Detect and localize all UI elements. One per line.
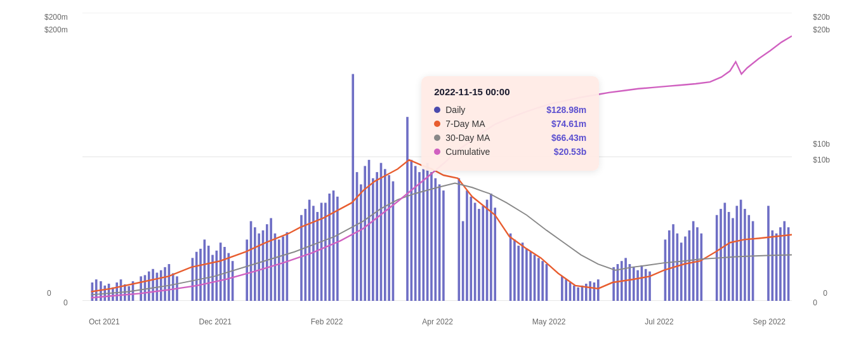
svg-rect-80	[470, 197, 472, 301]
svg-rect-118	[668, 230, 671, 301]
svg-rect-126	[700, 234, 703, 301]
svg-rect-25	[195, 252, 198, 301]
x-axis: Oct 2021 Dec 2021 Feb 2022 Apr 2022 May …	[82, 317, 792, 326]
svg-rect-110	[624, 258, 627, 301]
svg-rect-102	[581, 286, 584, 301]
svg-rect-98	[565, 279, 567, 301]
svg-rect-17	[152, 269, 154, 301]
svg-rect-129	[724, 202, 727, 301]
x-label-oct2021: Oct 2021	[89, 317, 120, 326]
svg-rect-43	[278, 239, 280, 301]
svg-rect-35	[246, 239, 248, 301]
svg-rect-60	[368, 160, 371, 301]
svg-rect-58	[360, 184, 362, 301]
svg-rect-81	[474, 202, 477, 301]
svg-rect-136	[752, 221, 754, 301]
svg-rect-12	[128, 286, 130, 301]
svg-rect-111	[629, 264, 631, 301]
svg-rect-22	[172, 274, 174, 301]
svg-rect-141	[783, 221, 786, 301]
svg-rect-89	[517, 246, 520, 301]
svg-rect-86	[494, 208, 496, 301]
svg-rect-28	[207, 246, 210, 301]
svg-rect-48	[308, 200, 311, 301]
svg-rect-44	[282, 237, 284, 301]
x-label-apr2022: Apr 2022	[422, 317, 453, 326]
y-left-0: 0	[47, 289, 51, 298]
x-label-may2022: May 2022	[532, 317, 566, 326]
svg-rect-64	[384, 169, 386, 301]
x-label-feb2022: Feb 2022	[311, 317, 343, 326]
svg-rect-92	[529, 252, 532, 301]
svg-rect-75	[438, 184, 441, 301]
svg-rect-26	[199, 249, 202, 301]
svg-rect-53	[328, 194, 331, 301]
svg-rect-101	[577, 288, 579, 301]
main-chart-svg	[82, 13, 792, 301]
y-axis-right: $20b $10b 0	[808, 13, 830, 326]
svg-rect-61	[372, 178, 374, 301]
svg-rect-39	[262, 230, 265, 301]
svg-rect-90	[522, 242, 524, 301]
svg-rect-83	[482, 206, 484, 301]
svg-rect-104	[589, 281, 591, 301]
y-right-0: 0	[823, 289, 827, 298]
svg-rect-36	[250, 221, 253, 301]
svg-rect-70	[418, 172, 421, 301]
svg-rect-88	[513, 239, 516, 301]
svg-rect-8	[112, 288, 114, 301]
svg-rect-14	[140, 276, 142, 301]
svg-rect-124	[692, 221, 695, 301]
svg-rect-137	[767, 206, 770, 301]
svg-rect-128	[720, 209, 722, 301]
svg-rect-135	[747, 215, 750, 301]
svg-rect-107	[612, 267, 615, 301]
svg-rect-105	[593, 282, 596, 301]
svg-rect-132	[735, 206, 738, 301]
svg-rect-7	[108, 284, 110, 301]
svg-rect-113	[636, 270, 639, 301]
svg-rect-67	[406, 117, 409, 301]
svg-rect-57	[356, 172, 358, 301]
svg-rect-27	[204, 239, 206, 301]
svg-rect-142	[787, 227, 790, 301]
svg-rect-87	[510, 234, 512, 301]
svg-rect-97	[561, 276, 563, 301]
svg-rect-42	[274, 234, 277, 301]
svg-rect-33	[227, 253, 230, 301]
svg-rect-21	[168, 264, 171, 301]
y-left-top: $200m	[44, 13, 68, 22]
svg-rect-59	[364, 166, 366, 301]
svg-rect-85	[490, 194, 492, 301]
chart-area: $200m 0 $20b $10b 0	[44, 13, 830, 326]
svg-rect-93	[534, 255, 536, 301]
y-right-bottom: 0	[813, 298, 817, 307]
svg-rect-79	[466, 190, 468, 301]
svg-rect-115	[645, 269, 647, 301]
svg-rect-123	[688, 230, 691, 301]
svg-rect-50	[316, 212, 319, 301]
svg-rect-73	[430, 172, 433, 301]
x-label-sep2022: Sep 2022	[753, 317, 786, 326]
y-right-mid: $10b	[813, 156, 830, 164]
svg-rect-133	[740, 200, 742, 301]
svg-rect-55	[336, 197, 339, 301]
svg-rect-19	[160, 270, 162, 301]
svg-rect-100	[573, 286, 575, 301]
svg-rect-66	[392, 182, 395, 301]
svg-rect-40	[266, 224, 268, 301]
y-right-10b: $10b	[813, 140, 830, 149]
y-left-200m: $200m	[44, 25, 68, 34]
svg-rect-34	[232, 261, 234, 301]
svg-rect-138	[771, 230, 773, 301]
svg-rect-15	[144, 275, 147, 301]
svg-rect-140	[779, 227, 782, 301]
x-label-dec2021: Dec 2021	[199, 317, 232, 326]
svg-rect-95	[541, 261, 544, 301]
svg-rect-20	[164, 267, 166, 301]
svg-rect-130	[728, 212, 730, 301]
svg-rect-106	[597, 279, 600, 301]
svg-rect-56	[352, 74, 354, 301]
svg-rect-63	[380, 163, 383, 301]
svg-rect-71	[423, 169, 425, 301]
